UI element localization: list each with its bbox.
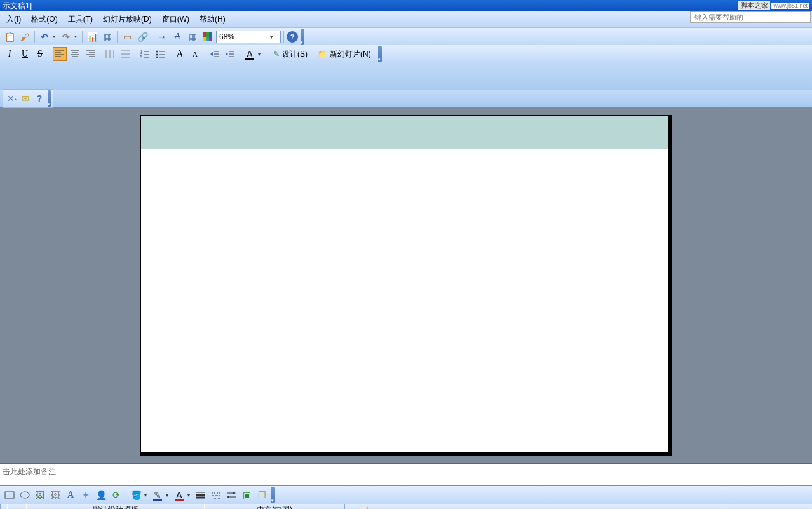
status-bar: 默认设计模板 中文(中国) 📖 [0, 504, 812, 509]
branding: 脚本之家 www.jb51.net [738, 1, 809, 10]
pen-icon[interactable]: ✎ [151, 488, 165, 502]
table-icon[interactable]: ▦ [100, 30, 114, 44]
insert-box-icon[interactable]: ▭ [120, 30, 134, 44]
lineweight-icon[interactable] [194, 488, 208, 502]
textbox-icon[interactable]: A [64, 488, 78, 502]
slide-title-placeholder[interactable] [141, 116, 668, 149]
paintbucket-icon[interactable]: 🪣 [129, 488, 143, 502]
menu-help[interactable]: 帮助(H) [194, 13, 231, 26]
toolbar-gap [0, 63, 812, 90]
arrows-icon[interactable] [224, 488, 238, 502]
menu-tools[interactable]: 工具(T) [63, 13, 98, 26]
align-left-button[interactable] [53, 47, 67, 61]
toolbar-options-icon[interactable] [48, 90, 51, 107]
design-icon: ✎ [273, 50, 280, 58]
align-center-button[interactable] [68, 47, 82, 61]
mail-icon[interactable]: ✉ [18, 92, 32, 105]
strike-button[interactable]: S [33, 47, 47, 61]
new-slide-button[interactable]: 📁 新幻灯片(N) [313, 47, 376, 61]
indent-icon[interactable]: ⇥ [155, 30, 169, 44]
title-bar: 示文稿1] 脚本之家 www.jb51.net [0, 0, 812, 11]
line-color-dropdown-icon[interactable]: ▾ [166, 492, 171, 498]
svg-point-45 [20, 492, 29, 498]
clipart-icon[interactable]: 👤 [94, 488, 108, 502]
font-color-button[interactable]: A [243, 47, 257, 61]
menu-window[interactable]: 窗口(W) [157, 13, 194, 26]
svg-rect-5 [209, 37, 212, 41]
formatting-toolbar: I U S 123 A A A▾ ✎ 设计(S) 📁 新幻灯片(N) [0, 45, 812, 63]
toolbar-options-icon[interactable] [271, 487, 275, 503]
svg-rect-4 [206, 37, 209, 41]
3d-icon[interactable]: ❐ [255, 488, 269, 502]
help-icon[interactable]: ? [287, 31, 298, 43]
decrease-indent-button[interactable] [208, 47, 222, 61]
svg-marker-36 [210, 52, 213, 56]
svg-rect-2 [209, 32, 212, 37]
menu-insert[interactable]: 入(I) [1, 13, 26, 26]
star-icon[interactable]: ✦ [79, 488, 93, 502]
svg-point-34 [156, 57, 158, 58]
dashes-icon[interactable] [209, 488, 223, 502]
svg-rect-44 [5, 492, 14, 498]
reload-icon[interactable]: ⟳ [109, 488, 123, 502]
notes-placeholder: 击此处添加备注 [3, 467, 56, 476]
undo-dropdown-icon[interactable]: ▾ [53, 34, 58, 39]
align-right-button[interactable] [83, 47, 97, 61]
image-frame-icon[interactable]: 🖼 [48, 488, 62, 502]
svg-rect-1 [206, 32, 209, 37]
help-search-input[interactable] [690, 11, 811, 23]
toolbar-options-icon[interactable] [378, 46, 382, 62]
mini-toolbar: ✕₁ ✉ ? [0, 90, 812, 107]
symbol-icon[interactable]: ✕₁ [4, 92, 18, 105]
window-title: 示文稿1] [3, 1, 32, 10]
help2-icon[interactable]: ? [32, 92, 46, 105]
dist-horiz-button[interactable] [103, 47, 117, 61]
notes-pane[interactable]: 击此处添加备注 [0, 464, 812, 486]
svg-point-30 [156, 51, 158, 53]
slide-workspace [0, 107, 812, 464]
increase-font-button[interactable]: A [173, 47, 187, 61]
format-painter-icon[interactable]: 🖌 [18, 30, 32, 44]
az-style-icon[interactable]: A [170, 30, 184, 44]
svg-rect-3 [203, 37, 206, 41]
picture-icon[interactable]: 🖼 [33, 488, 47, 502]
zoom-combo[interactable]: 68% ▾ [216, 31, 281, 43]
toolbar-options-icon[interactable] [301, 29, 304, 45]
grid-icon[interactable]: ▦ [186, 30, 200, 44]
chart-icon[interactable]: 📊 [85, 30, 99, 44]
svg-marker-55 [227, 496, 229, 498]
link-icon[interactable]: 🔗 [135, 30, 149, 44]
italic-button[interactable]: I [3, 47, 17, 61]
fontcolor2-dropdown-icon[interactable]: ▾ [187, 492, 193, 498]
design-button[interactable]: ✎ 设计(S) [269, 47, 312, 61]
svg-point-32 [156, 54, 158, 56]
undo-icon[interactable]: ↶ [37, 30, 51, 44]
paste-icon[interactable]: 📋 [3, 30, 17, 44]
rectangle-icon[interactable] [3, 488, 17, 502]
svg-marker-53 [233, 492, 236, 494]
redo-icon[interactable]: ↷ [59, 30, 73, 44]
status-language: 中文(中国) [205, 504, 344, 509]
ellipse-icon[interactable] [18, 488, 32, 502]
dist-vert-button[interactable] [118, 47, 132, 61]
slide-canvas[interactable] [140, 115, 669, 453]
color-icon[interactable] [201, 30, 215, 44]
decrease-font-button[interactable]: A [188, 47, 202, 61]
increase-indent-button[interactable] [223, 47, 237, 61]
font-color-dropdown-icon[interactable]: ▾ [258, 51, 263, 57]
underline-button[interactable]: U [18, 47, 32, 61]
menu-format[interactable]: 格式(O) [26, 13, 62, 26]
svg-marker-40 [226, 52, 228, 56]
shadow-3d-icon[interactable]: ▣ [240, 488, 254, 502]
menu-slideshow[interactable]: 幻灯片放映(D) [98, 13, 157, 26]
menu-bar: 入(I) 格式(O) 工具(T) 幻灯片放映(D) 窗口(W) 帮助(H) [0, 11, 812, 27]
bullet-list-button[interactable] [153, 47, 167, 61]
numbered-list-button[interactable]: 123 [138, 47, 152, 61]
fill-dropdown-icon[interactable]: ▾ [144, 492, 149, 498]
chevron-down-icon: ▾ [270, 34, 278, 40]
new-slide-icon: 📁 [318, 50, 327, 58]
status-spellcheck-icon[interactable]: 📖 [344, 504, 382, 509]
svg-text:3: 3 [140, 55, 142, 58]
fontcolor2-icon[interactable]: A [172, 488, 186, 502]
redo-dropdown-icon[interactable]: ▾ [74, 34, 79, 39]
